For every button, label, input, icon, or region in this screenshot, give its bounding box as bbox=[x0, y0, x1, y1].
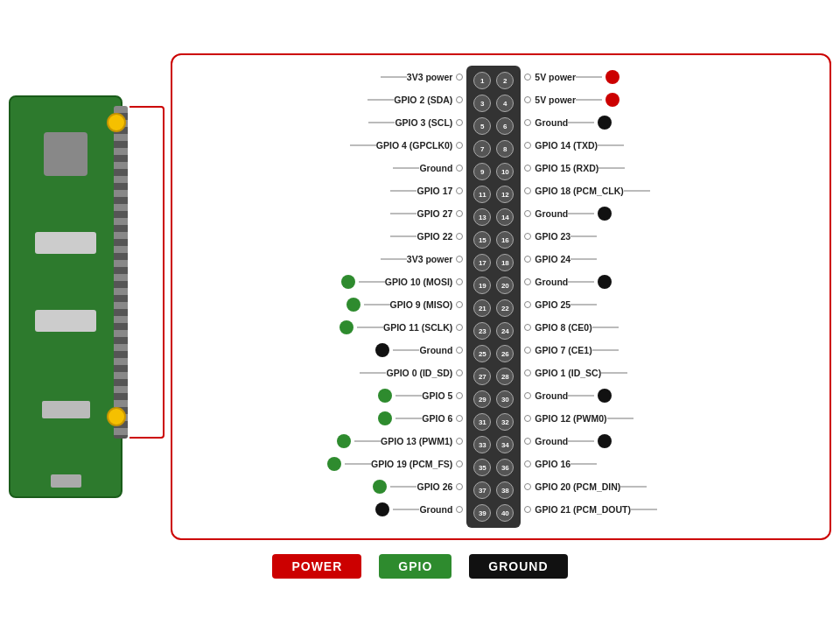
pin-connector-dot bbox=[456, 483, 463, 490]
pin-label: GPIO 18 (PCM_CLK) bbox=[535, 186, 624, 196]
indicator-dot bbox=[373, 480, 387, 494]
pi-connector-bracket bbox=[130, 106, 164, 439]
legend-item: POWER bbox=[272, 554, 361, 579]
pin-connector-dot bbox=[524, 415, 531, 422]
pin-label: GPIO 23 bbox=[535, 231, 570, 242]
pin-pair: 78 bbox=[473, 137, 514, 160]
pin-line bbox=[607, 418, 634, 419]
pin-line bbox=[624, 190, 650, 192]
pin-number: 37 bbox=[473, 481, 491, 499]
pin-label: Ground bbox=[535, 436, 568, 446]
indicator-dot bbox=[598, 434, 612, 448]
pin-connector-dot bbox=[456, 210, 463, 217]
pin-connector-dot bbox=[456, 233, 463, 240]
pin-connector-dot bbox=[456, 256, 463, 263]
pin-connector-dot bbox=[524, 165, 531, 172]
pin-number: 30 bbox=[496, 390, 514, 408]
pin-label: GPIO 15 (RXD) bbox=[535, 163, 598, 173]
pin-connector-dot bbox=[524, 392, 531, 399]
pin-label: GPIO 3 (SCL) bbox=[395, 117, 452, 128]
pin-line bbox=[360, 372, 386, 374]
indicator-dot bbox=[650, 480, 664, 494]
indicator-dot bbox=[342, 366, 356, 380]
indicator-dot bbox=[598, 389, 612, 403]
indicator-dot bbox=[375, 343, 389, 357]
pin-line bbox=[393, 167, 419, 169]
pin-number: 5 bbox=[473, 117, 491, 135]
pin-line bbox=[381, 258, 407, 260]
indicator-dot bbox=[378, 411, 392, 425]
pin-connector-dot bbox=[524, 96, 531, 103]
pin-line bbox=[381, 76, 407, 78]
pi-circle-top bbox=[107, 113, 126, 132]
pin-connector-dot bbox=[456, 165, 463, 172]
pin-number: 38 bbox=[496, 481, 514, 499]
pin-connector-dot bbox=[456, 278, 463, 285]
left-pin-row: GPIO 17 bbox=[324, 179, 463, 202]
pin-number: 18 bbox=[496, 254, 514, 271]
pin-label: GPIO 10 (MOSI) bbox=[385, 277, 453, 287]
right-pin-row: GPIO 7 (CE1) bbox=[524, 339, 678, 362]
pin-label: GPIO 11 (SCLK) bbox=[383, 322, 452, 333]
left-pin-row: GPIO 9 (MISO) bbox=[324, 293, 463, 316]
right-pins: 5V power5V powerGroundGPIO 14 (TXD)GPIO … bbox=[524, 66, 678, 521]
indicator-dot bbox=[654, 184, 668, 198]
indicator-dot bbox=[637, 411, 651, 425]
pin-connector-dot bbox=[524, 74, 531, 81]
pin-connector-dot bbox=[524, 347, 531, 354]
pin-connector-dot bbox=[456, 119, 463, 126]
main-container: 3V3 powerGPIO 2 (SDA)GPIO 3 (SCL)GPIO 4 … bbox=[9, 53, 831, 540]
left-pin-row: GPIO 26 bbox=[324, 475, 463, 498]
pin-line bbox=[631, 509, 657, 510]
pin-label: GPIO 13 (PWM1) bbox=[381, 436, 452, 446]
pin-number: 4 bbox=[496, 95, 514, 112]
indicator-dot bbox=[606, 93, 620, 107]
pin-label: 3V3 power bbox=[407, 254, 453, 264]
pi-circle-bottom bbox=[107, 407, 126, 426]
pin-pair: 1314 bbox=[473, 206, 514, 228]
pin-label: Ground bbox=[419, 163, 452, 173]
left-pin-row: 3V3 power bbox=[324, 66, 463, 88]
pin-label: GPIO 9 (MISO) bbox=[390, 299, 453, 310]
pin-connector-dot bbox=[524, 256, 531, 263]
indicator-dot bbox=[631, 366, 645, 380]
right-pin-row: GPIO 12 (PWM0) bbox=[524, 407, 678, 430]
pin-label: GPIO 27 bbox=[416, 208, 452, 219]
pin-label: GPIO 20 (PCM_DIN) bbox=[535, 481, 620, 492]
indicator-dot bbox=[346, 298, 360, 312]
pin-pair: 1112 bbox=[473, 183, 514, 206]
left-pin-row: GPIO 5 bbox=[324, 384, 463, 407]
pin-line bbox=[570, 463, 597, 465]
pi-micro bbox=[51, 474, 81, 488]
pin-line bbox=[393, 509, 419, 510]
indicator-dot bbox=[622, 343, 636, 357]
pin-label: GPIO 22 bbox=[416, 231, 452, 242]
indicator-dot bbox=[373, 184, 387, 198]
indicator-dot bbox=[598, 275, 612, 289]
pin-line bbox=[396, 418, 422, 419]
pin-number: 22 bbox=[496, 299, 514, 317]
pin-pair: 34 bbox=[473, 92, 514, 115]
left-pin-row: GPIO 13 (PWM1) bbox=[324, 430, 463, 453]
right-pin-row: GPIO 1 (ID_SC) bbox=[524, 362, 678, 384]
pin-number: 15 bbox=[473, 231, 491, 249]
pin-connector-dot bbox=[456, 392, 463, 399]
pin-number: 13 bbox=[473, 208, 491, 226]
pin-label: Ground bbox=[419, 504, 452, 515]
right-pin-row: GPIO 14 (TXD) bbox=[524, 134, 678, 157]
pin-connector-dot bbox=[524, 483, 531, 490]
pin-number: 7 bbox=[473, 140, 491, 158]
pin-pair: 3738 bbox=[473, 479, 514, 502]
pin-number: 32 bbox=[496, 413, 514, 431]
pin-connector-dot bbox=[524, 142, 531, 149]
indicator-dot bbox=[373, 229, 387, 243]
pin-label: 3V3 power bbox=[407, 72, 453, 82]
pin-label: Ground bbox=[535, 277, 568, 287]
legend-item: GPIO bbox=[379, 554, 452, 579]
indicator-dot bbox=[600, 252, 614, 266]
pi-hdmi bbox=[42, 401, 90, 418]
legend-item: GROUND bbox=[469, 554, 567, 579]
pin-pair: 2728 bbox=[473, 365, 514, 388]
pin-line bbox=[568, 122, 594, 123]
pin-label: GPIO 24 bbox=[535, 254, 570, 264]
